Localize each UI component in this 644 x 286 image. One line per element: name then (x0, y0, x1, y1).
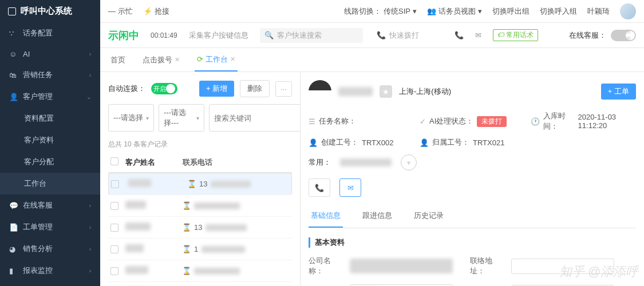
phone-icon: 📞 (315, 184, 324, 192)
add-button[interactable]: + 新增 (199, 81, 234, 97)
menu-call-config[interactable]: ∵话务配置 (0, 22, 100, 44)
close-icon[interactable]: ✕ (175, 56, 180, 63)
ai-status-badge: 未拨打 (477, 116, 507, 127)
online-label: 在线客服： (569, 30, 606, 41)
task-icon: ☰ (309, 117, 315, 126)
collect-hint: 采集客户按键信息 (189, 30, 248, 41)
check-icon: ✓ (420, 117, 426, 126)
table-row[interactable]: ⌛1 (108, 239, 292, 260)
tab-click-dial[interactable]: 点击拨号✕ (140, 49, 182, 71)
submenu-customer-assign[interactable]: 客户分配 (0, 151, 100, 173)
hourglass-icon: ⌛ (183, 245, 191, 253)
customer-avatar (309, 80, 331, 103)
clock-icon: 🕐 (531, 117, 540, 126)
menu-sales[interactable]: ◕销售分析› (0, 238, 100, 260)
dial-icon[interactable]: 📞 (455, 31, 464, 39)
auto-dial-label: 自动连拨： (108, 84, 145, 94)
filter-select-1[interactable]: ---请选择▾ (108, 104, 154, 132)
online-toggle[interactable]: 关闭 (611, 30, 636, 41)
menu-ai[interactable]: ☺AI› (0, 44, 100, 64)
menu-sms[interactable]: ✉短信管理› (0, 281, 100, 286)
checkbox-all[interactable] (110, 157, 118, 165)
add-contact-button[interactable]: + (401, 154, 417, 170)
mail-icon: ✉ (347, 184, 354, 192)
customer-name (338, 87, 373, 96)
table-row[interactable]: ⌛13 (108, 217, 292, 239)
th-phone: 联系电话 (183, 157, 290, 168)
route-switch[interactable]: 线路切换：传统SIP ▾ (344, 6, 417, 17)
dtab-basic[interactable]: 基础信息 (309, 205, 343, 228)
submenu-data-config[interactable]: 资料配置 (0, 108, 100, 129)
dtab-follow[interactable]: 跟进信息 (360, 205, 394, 228)
mail-button[interactable]: ✉ (339, 178, 361, 197)
menu-customer[interactable]: 👤客户管理⌄ (0, 86, 100, 108)
submenu-customer-data[interactable]: 客户资料 (0, 129, 100, 151)
company-input[interactable] (350, 259, 453, 273)
switch-in[interactable]: 切换呼入组 (540, 6, 577, 17)
menu-ticket[interactable]: 📄工单管理› (0, 216, 100, 238)
app-logo: 呼叫中心系统 (0, 0, 100, 22)
user-name: 叶颖琦 (587, 6, 610, 17)
ticket-button[interactable]: + 工单 (601, 84, 636, 100)
customer-search[interactable]: 🔍 客户快速搜索 (260, 28, 363, 43)
hourglass-icon: ⌛ (183, 224, 191, 232)
dtab-history[interactable]: 历史记录 (412, 205, 446, 228)
hourglass-icon: ⌛ (188, 180, 196, 188)
th-name: 客户姓名 (125, 157, 183, 168)
mail-icon[interactable]: ✉ (475, 31, 481, 39)
btn-snatch[interactable]: ⚡ 抢接 (143, 6, 169, 17)
user-icon: 👤 (309, 138, 318, 147)
switch-out[interactable]: 切换呼出组 (492, 6, 530, 17)
menu-report[interactable]: ▮报表监控› (0, 260, 100, 281)
section-title: 基本资料 (309, 237, 636, 248)
hourglass-icon: ⌛ (183, 202, 191, 210)
record-count: 总共 10 条客户记录 (108, 140, 292, 149)
call-timer: 00:01:49 (151, 31, 177, 39)
star-icon[interactable]: ★ (380, 85, 392, 98)
user-avatar[interactable] (620, 3, 636, 19)
table-row[interactable]: ⌛ (108, 282, 292, 286)
script-button[interactable]: 🏷 常用话术 (493, 29, 538, 41)
close-icon[interactable]: ✕ (230, 55, 235, 63)
tab-workbench[interactable]: ⟳工作台✕ (195, 49, 238, 72)
customer-location: 上海-上海(移动) (399, 86, 451, 97)
call-button[interactable]: 📞 (309, 178, 330, 197)
filter-select-2[interactable]: ---请选择---▾ (159, 104, 204, 132)
hourglass-icon: ⌛ (183, 267, 191, 275)
view-switch[interactable]: 👥 话务员视图 ▾ (427, 6, 482, 17)
table-row[interactable]: ⌛13 (108, 173, 292, 195)
watermark: 知乎 @添添呼 (559, 263, 638, 280)
auto-dial-switch[interactable]: 开启 (151, 83, 177, 94)
menu-marketing[interactable]: 🛍营销任务› (0, 64, 100, 86)
call-status: 示闲中 (108, 29, 139, 42)
submenu-workbench[interactable]: 工作台 (0, 173, 100, 194)
tab-home[interactable]: 首页 (108, 49, 128, 71)
table-row[interactable]: ⌛ (108, 260, 292, 282)
menu-online-service[interactable]: 💬在线客服› (0, 194, 100, 216)
delete-button[interactable]: 删除 (240, 80, 270, 97)
user-icon: 👤 (420, 138, 429, 147)
common-label: 常用： (309, 157, 331, 168)
keyword-input[interactable] (209, 104, 301, 132)
quick-dial[interactable]: 📞 快速拨打 (374, 28, 443, 43)
more-button[interactable]: ··· (275, 81, 292, 97)
app-title: 呼叫中心系统 (21, 6, 72, 17)
btn-busy[interactable]: — 示忙 (108, 6, 133, 17)
table-row[interactable]: ⌛ (108, 195, 292, 217)
